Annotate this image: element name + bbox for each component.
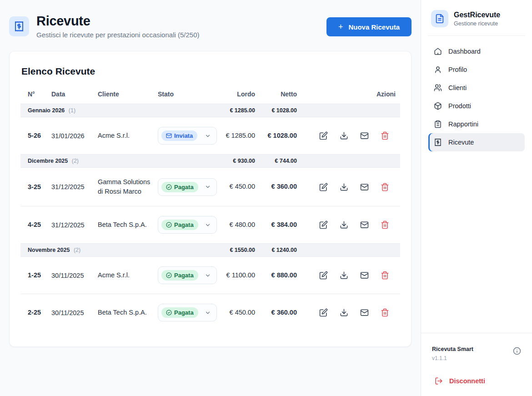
sidebar-item-profilo[interactable]: Profilo xyxy=(428,60,525,79)
send-mail-button[interactable] xyxy=(360,183,369,191)
row-actions xyxy=(304,271,389,280)
logout-button[interactable]: Disconnetti xyxy=(432,377,488,385)
send-mail-button[interactable] xyxy=(360,131,369,140)
user-icon xyxy=(434,65,442,74)
receipt-client: Beta Tech S.p.A. xyxy=(90,294,151,331)
send-mail-button[interactable] xyxy=(360,308,369,317)
download-button[interactable] xyxy=(340,271,348,280)
status-dropdown[interactable]: Pagata xyxy=(158,216,217,234)
sidebar-item-prodotti[interactable]: Prodotti xyxy=(428,97,525,115)
check-circle-icon xyxy=(166,184,172,190)
sidebar-nav: Dashboard Profilo Clienti Prodotti Rappo… xyxy=(428,42,525,151)
group-label-cell: Dicembre 2025 (2) xyxy=(20,155,217,168)
send-mail-button[interactable] xyxy=(360,221,369,229)
page-subtitle: Gestisci le ricevute per prestazioni occ… xyxy=(36,31,326,39)
sidebar-item-clienti[interactable]: Clienti xyxy=(428,79,525,97)
new-receipt-button[interactable]: + Nuova Ricevuta xyxy=(326,17,412,36)
receipt-date: 31/01/2026 xyxy=(44,117,90,155)
group-row: Gennaio 2026 (1) € 1285.00 € 1028.00 xyxy=(20,104,400,117)
group-lordo: € 1285.00 xyxy=(217,104,255,117)
status-dropdown[interactable]: Pagata xyxy=(158,266,217,284)
receipt-row: 5-26 31/01/2026 Acme S.r.l. Inviata € 12… xyxy=(20,117,400,155)
download-button[interactable] xyxy=(340,221,348,229)
table-header-row: N° Data Cliente Stato Lordo Netto Azioni xyxy=(20,90,400,104)
edit-icon xyxy=(319,131,328,140)
receipt-lordo: € 450.00 xyxy=(217,168,255,206)
mail-icon xyxy=(360,221,369,229)
brand-tagline: Gestione ricevute xyxy=(454,20,500,27)
check-circle-icon xyxy=(166,310,172,316)
receipt-number: 5-26 xyxy=(20,117,44,155)
edit-button[interactable] xyxy=(319,131,328,140)
group-lordo: € 1550.00 xyxy=(217,244,255,257)
plus-icon: + xyxy=(338,23,343,31)
receipt-date: 30/11/2025 xyxy=(44,294,90,331)
group-month: Gennaio 2026 xyxy=(28,107,65,114)
group-label-cell: Novembre 2025 (2) xyxy=(20,244,217,257)
trash-icon xyxy=(381,271,389,280)
download-icon xyxy=(340,131,348,140)
app-name: Ricevuta Smart xyxy=(432,346,473,352)
mail-icon xyxy=(360,308,369,317)
receipt-lordo: € 1285.00 xyxy=(217,117,255,155)
receipt-date: 31/12/2025 xyxy=(44,168,90,206)
edit-button[interactable] xyxy=(319,221,328,229)
package-icon xyxy=(434,102,442,110)
download-icon xyxy=(340,271,348,280)
delete-button[interactable] xyxy=(381,221,389,229)
receipt-icon xyxy=(9,16,29,36)
status-dropdown[interactable]: Inviata xyxy=(158,127,217,145)
edit-button[interactable] xyxy=(319,271,328,280)
download-button[interactable] xyxy=(340,131,348,140)
clipboard-icon xyxy=(434,120,442,128)
group-month: Dicembre 2025 xyxy=(28,158,68,164)
logout-icon xyxy=(435,377,443,385)
receipt-date: 30/11/2025 xyxy=(44,257,90,294)
col-num: N° xyxy=(20,90,44,104)
brand: GestRicevute Gestione ricevute xyxy=(428,9,525,36)
receipt-netto: € 384.00 xyxy=(255,206,297,244)
status-dropdown[interactable]: Pagata xyxy=(158,178,217,196)
group-lordo: € 930.00 xyxy=(217,155,255,168)
delete-button[interactable] xyxy=(381,271,389,280)
chevron-down-icon xyxy=(205,222,211,228)
check-circle-icon xyxy=(166,222,172,228)
group-label-cell: Gennaio 2026 (1) xyxy=(20,104,217,117)
send-mail-button[interactable] xyxy=(360,271,369,280)
receipt-netto: € 360.00 xyxy=(255,294,297,331)
sidebar-item-dashboard[interactable]: Dashboard xyxy=(428,42,525,60)
delete-button[interactable] xyxy=(381,131,389,140)
edit-icon xyxy=(319,221,328,229)
list-heading: Elenco Ricevute xyxy=(21,66,400,77)
sidebar-item-rapportini[interactable]: Rapportini xyxy=(428,115,525,133)
delete-button[interactable] xyxy=(381,183,389,191)
edit-button[interactable] xyxy=(319,308,328,317)
col-lordo: Lordo xyxy=(217,90,255,104)
receipt-row: 4-25 31/12/2025 Beta Tech S.p.A. Pagata … xyxy=(20,206,400,244)
mail-icon xyxy=(360,183,369,191)
receipt-netto: € 1028.00 xyxy=(255,117,297,155)
receipt-client: Gamma Solutions di Rossi Marco xyxy=(90,168,151,206)
status-dropdown[interactable]: Pagata xyxy=(158,304,217,321)
col-cliente: Cliente xyxy=(90,90,151,104)
chevron-down-icon xyxy=(205,133,211,139)
edit-button[interactable] xyxy=(319,183,328,191)
page-header: Ricevute Gestisci le ricevute per presta… xyxy=(9,14,412,39)
delete-button[interactable] xyxy=(381,308,389,317)
receipt-number: 3-25 xyxy=(20,168,44,206)
mail-icon xyxy=(166,133,172,139)
main-content: Ricevute Gestisci le ricevute per presta… xyxy=(0,0,421,396)
edit-icon xyxy=(319,271,328,280)
chevron-down-icon xyxy=(205,184,211,190)
receipt-netto: € 360.00 xyxy=(255,168,297,206)
info-button[interactable] xyxy=(513,347,521,355)
chevron-down-icon xyxy=(205,272,211,279)
download-button[interactable] xyxy=(340,308,348,317)
brand-name: GestRicevute xyxy=(454,11,500,19)
download-button[interactable] xyxy=(340,183,348,191)
receipt-client: Acme S.r.l. xyxy=(90,117,151,155)
sidebar-item-ricevute[interactable]: Ricevute xyxy=(428,133,525,151)
receipt-row: 1-25 30/11/2025 Acme S.r.l. Pagata € 110… xyxy=(20,257,400,294)
trash-icon xyxy=(381,183,389,191)
download-icon xyxy=(340,221,348,229)
